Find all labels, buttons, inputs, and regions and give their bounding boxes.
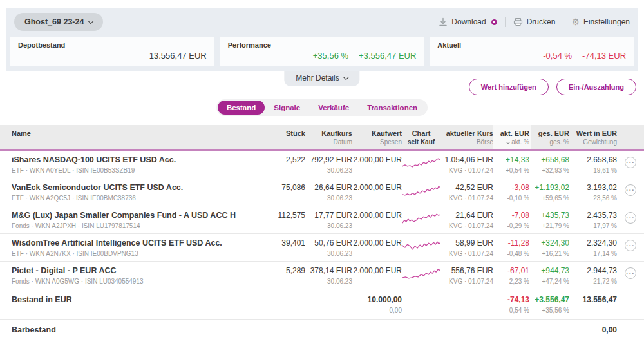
gear-icon: ⚙ (571, 17, 580, 26)
depot-card: Depotbestand 13.556,47 EUR (10, 37, 214, 66)
total-kaufwert: 10.000,00 (352, 295, 402, 305)
column-header-ges[interactable]: ges. EURges. % (529, 125, 569, 149)
kaufkurs-value: 792,92 EUR (305, 155, 352, 165)
boerse-value: KVG · 01.07.24 (440, 195, 493, 202)
kaufkurs-value: 17,77 EUR (305, 211, 352, 220)
akt-pct-value: -2,23 % (493, 278, 529, 285)
instrument-name[interactable]: Pictet - Digital - P EUR ACC (12, 266, 264, 276)
total-row-bestand: Bestand in EUR 10.000,00 0,00 -74,13 -0,… (0, 289, 644, 320)
table-row[interactable]: iShares NASDAQ-100 UCITS ETF USD Acc. ET… (0, 151, 644, 178)
row-menu-ellipsis-circle-icon[interactable] (625, 212, 636, 224)
settings-label: Einstellungen (583, 17, 630, 26)
sparkline-chart[interactable] (402, 155, 440, 173)
table-row[interactable]: VanEck Semiconductor UCITS ETF USD Acc. … (0, 178, 644, 206)
payout-button[interactable]: Ein-/Auszahlung (556, 79, 636, 95)
sparkline-chart[interactable] (402, 211, 440, 229)
tabs-bar: Bestand Signale Verkäufe Transaktionen (0, 99, 644, 116)
sparkline-icon (402, 184, 440, 198)
column-header-akt[interactable]: akt. EUR akt. % (493, 125, 531, 149)
instrument-name[interactable]: iShares NASDAQ-100 UCITS ETF USD Acc. (12, 155, 264, 165)
print-label: Drucken (527, 17, 556, 26)
gewichtung-value: 17,14 % (569, 250, 617, 257)
sparkline-icon (402, 212, 440, 226)
ges-eur-value: +324,30 (529, 238, 569, 248)
tab-signale[interactable]: Signale (265, 101, 309, 115)
sparkline-chart[interactable] (402, 183, 440, 201)
kaufkurs-value: 26,64 EUR (305, 183, 352, 193)
settings-button[interactable]: ⚙ Einstellungen (571, 17, 630, 26)
row-menu-ellipsis-circle-icon[interactable] (625, 184, 636, 196)
boerse-value: KVG · 01.07.24 (440, 167, 493, 174)
print-button[interactable]: Drucken (513, 17, 556, 26)
divider (505, 17, 506, 27)
instrument-name[interactable]: M&G (Lux) Japan Smaller Companies Fund -… (12, 211, 264, 220)
stueck-value: 2,522 (264, 155, 305, 165)
total-ges-eur: +3.556,47 (529, 295, 569, 305)
row-menu-ellipsis-circle-icon[interactable] (625, 157, 636, 168)
aktueller-kurs-value: 42,52 EUR (440, 183, 493, 193)
instrument-name[interactable]: VanEck Semiconductor UCITS ETF USD Acc. (12, 183, 264, 193)
akt-eur-value: -11,28 (493, 238, 529, 248)
gewichtung-value: 17,97 % (569, 222, 617, 229)
column-header-wert[interactable]: Wert in EURGewichtung (569, 125, 617, 149)
download-badge (491, 19, 497, 25)
wert-eur-value: 2.435,73 (569, 211, 617, 220)
kauf-datum: 30.06.23 (305, 222, 352, 229)
wert-eur-value: 2.324,30 (569, 238, 617, 248)
total-label: Bestand in EUR (12, 295, 264, 304)
performance-percent: +35,56 % (313, 51, 348, 61)
column-header-kaufkurs[interactable]: KaufkursDatum (305, 125, 352, 149)
row-menu-ellipsis-circle-icon[interactable] (625, 267, 636, 279)
tab-transaktionen[interactable]: Transaktionen (358, 101, 426, 115)
ges-pct-value: +59,65 % (529, 195, 569, 202)
depot-value: 13.556,47 EUR (18, 51, 207, 61)
wert-eur-value: 3.193,02 (569, 183, 617, 193)
kaufwert-value: 2.000,00 EUR (352, 183, 402, 193)
table-body: iShares NASDAQ-100 UCITS ETF USD Acc. ET… (0, 151, 644, 289)
table-row[interactable]: M&G (Lux) Japan Smaller Companies Fund -… (0, 206, 644, 234)
portfolio-name: Ghost_69 23-24 (24, 17, 84, 26)
sparkline-chart[interactable] (402, 238, 440, 256)
kauf-datum: 30.06.23 (305, 278, 352, 285)
column-header-kurs[interactable]: aktueller KursBörse (440, 125, 493, 149)
performance-card: Performance +35,56 % +3.556,47 EUR (220, 37, 424, 66)
depot-label: Depotbestand (18, 41, 207, 49)
aktueller-kurs-value: 556,76 EUR (440, 266, 493, 276)
gewichtung-value: 23,56 % (569, 195, 617, 202)
table-row[interactable]: Pictet - Digital - P EUR ACC Fonds · WKN… (0, 262, 644, 289)
column-header-kaufwert[interactable]: KaufwertSpesen (352, 125, 402, 149)
column-header-chart[interactable]: Chartseit Kauf (402, 125, 440, 149)
performance-label: Performance (228, 41, 417, 49)
tab-bestand[interactable]: Bestand (218, 101, 265, 115)
boerse-value: KVG · 01.07.24 (440, 250, 493, 257)
ges-pct-value: +16,21 % (529, 250, 569, 257)
download-button[interactable]: Download (439, 17, 497, 26)
aktuell-value: -74,13 EUR (582, 51, 626, 61)
akt-eur-value: -7,08 (493, 211, 529, 220)
total-row-barbestand: Barbestand 0,00 (0, 320, 644, 337)
instrument-details: ETF · WKN A2QC5J · ISIN IE00BMC38736 (12, 195, 264, 202)
boerse-value: KVG · 01.07.24 (440, 278, 493, 285)
column-header-stueck[interactable]: Stück (264, 125, 305, 141)
ges-pct-value: +21,79 % (529, 222, 569, 229)
column-header-name[interactable]: Name (12, 125, 264, 141)
add-value-button[interactable]: Wert hinzufügen (469, 79, 549, 95)
sparkline-chart[interactable] (402, 266, 440, 284)
ges-pct-value: +32,93 % (529, 167, 569, 174)
gewichtung-value: 19,61 % (569, 167, 617, 174)
total-wert: 13.556,47 (569, 295, 617, 305)
download-icon (439, 17, 448, 26)
barbestand-wert: 0,00 (569, 325, 617, 335)
ges-eur-value: +435,73 (529, 211, 569, 220)
kauf-datum: 30.06.23 (305, 250, 352, 257)
stueck-value: 39,401 (264, 238, 305, 248)
instrument-details: ETF · WKN A2N7KX · ISIN IE00BDVPNG13 (12, 250, 264, 257)
instrument-name[interactable]: WisdomTree Artificial Intelligence UCITS… (12, 238, 264, 248)
akt-eur-value: +14,33 (493, 155, 529, 165)
tab-verkaeufe[interactable]: Verkäufe (309, 101, 358, 115)
ges-pct-value: +47,24 % (529, 278, 569, 285)
akt-pct-value: -0,10 % (493, 195, 529, 202)
portfolio-selector[interactable]: Ghost_69 23-24 (14, 13, 103, 31)
table-row[interactable]: WisdomTree Artificial Intelligence UCITS… (0, 234, 644, 262)
row-menu-ellipsis-circle-icon[interactable] (625, 240, 636, 251)
